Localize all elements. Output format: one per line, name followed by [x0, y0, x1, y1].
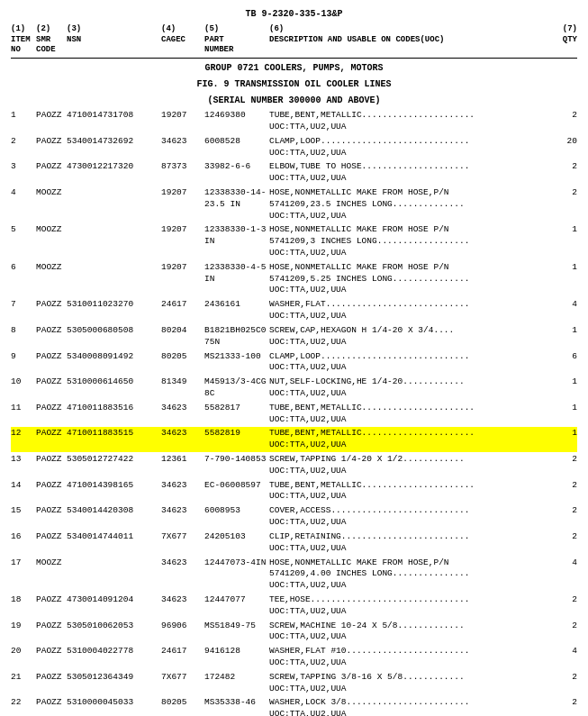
- data-row-19: 19 PAOZZ 5305010062053 96906 MS51849-75 …: [11, 620, 577, 645]
- data-row-20: 20 PAOZZ 5310004022778 24617 9416128 WAS…: [11, 645, 577, 670]
- cell-nsn: 5310000614650: [67, 376, 161, 400]
- cell-part: 12338330-14-23.5 IN: [204, 187, 269, 222]
- cell-cagec: 19207: [161, 224, 204, 258]
- cell-part: 5582817: [204, 403, 269, 426]
- cell-nsn: 4730012217320: [67, 161, 161, 185]
- cell-smr: PAOZZ: [36, 351, 67, 375]
- cell-qty: 1: [550, 428, 577, 451]
- cell-qty: 1: [550, 376, 577, 400]
- cell-part: 6008528: [204, 136, 269, 159]
- table-row: 17 MOOZZ 34623 12447073-4IN HOSE,NONMETA…: [11, 557, 577, 593]
- cell-cagec: 34623: [161, 428, 204, 451]
- cell-qty: 4: [550, 646, 577, 669]
- cell-desc: TUBE,BENT,METALLIC......................…: [269, 110, 550, 133]
- cell-cagec: 87373: [161, 161, 204, 185]
- cell-cagec: 12361: [161, 454, 204, 477]
- table-row: 18 PAOZZ 4730014091204 34623 12447077 TE…: [11, 594, 577, 619]
- data-row-9: 9 PAOZZ 5340008091492 80205 MS21333-100 …: [11, 350, 577, 376]
- cell-nsn: 4710014398165: [67, 480, 161, 503]
- cell-uoc: UOC:TTA,UU2,UUA: [269, 414, 550, 426]
- cell-uoc: UOC:TTA,UU2,UUA: [269, 631, 550, 643]
- cell-part: 2436161: [204, 299, 269, 322]
- table-row: 4 MOOZZ 19207 12338330-14-23.5 IN HOSE,N…: [11, 186, 577, 222]
- cell-item-no: 12: [11, 428, 36, 451]
- cell-desc: TUBE,BENT,METALLIC......................…: [269, 403, 550, 426]
- cell-desc: CLIP,RETAINING.........................U…: [269, 531, 550, 555]
- cell-desc: SCREW,MACHINE 10-24 X 5/8.............UO…: [269, 621, 550, 644]
- cell-qty: 2: [550, 697, 577, 716]
- table-row: 15 PAOZZ 5340014420308 34623 6008953 COV…: [11, 504, 577, 530]
- cell-cagec: 24617: [161, 646, 204, 669]
- table-row: 19 PAOZZ 5305010062053 96906 MS51849-75 …: [11, 620, 577, 645]
- cell-qty: 4: [550, 557, 577, 592]
- cell-nsn: 5310000045033: [67, 697, 161, 716]
- cell-item-no: 9: [11, 351, 36, 375]
- cell-uoc: UOC:TTA,UU2,UUA: [269, 657, 550, 669]
- cell-cagec: 80205: [161, 351, 204, 375]
- cell-uoc: UOC:TTA,UU2,UUA: [269, 709, 550, 716]
- cell-cagec: 81349: [161, 376, 204, 400]
- cell-cagec: 24617: [161, 299, 204, 322]
- cell-smr: PAOZZ: [36, 594, 67, 618]
- data-row-6: 6 MOOZZ 19207 12338330-4-5IN HOSE,NONMET…: [11, 261, 577, 297]
- cell-qty: 2: [550, 672, 577, 695]
- table-row: 11 PAOZZ 4710011883516 34623 5582817 TUB…: [11, 402, 577, 427]
- col-header-desc: (6)DESCRIPTION AND USABLE ON CODES(UOC): [269, 24, 550, 56]
- col-header-qty: (7)QTY: [550, 24, 577, 56]
- cell-desc: HOSE,NONMETALLIC MAKE FROM HOSE P/N57412…: [269, 224, 550, 258]
- fig-title: FIG. 9 TRANSMISSION OIL COOLER LINES: [11, 78, 577, 91]
- cell-qty: 6: [550, 351, 577, 375]
- col-header-item: (1) ITEM NO: [11, 24, 36, 56]
- cell-nsn: 5305010062053: [67, 621, 161, 644]
- cell-qty: 4: [550, 299, 577, 322]
- cell-qty: 2: [550, 594, 577, 618]
- cell-nsn: 4710011883515: [67, 428, 161, 451]
- cell-cagec: 19207: [161, 262, 204, 296]
- cell-desc: ELBOW,TUBE TO HOSE.....................U…: [269, 161, 550, 185]
- cell-smr: MOOZZ: [36, 187, 67, 222]
- cell-nsn: [67, 557, 161, 592]
- cell-part: 6008953: [204, 505, 269, 529]
- cell-uoc: UOC:TTA,UU2,UUA: [269, 684, 550, 695]
- cell-cagec: 80205: [161, 697, 204, 716]
- cell-part: 5582819: [204, 428, 269, 451]
- cell-item-no: 4: [11, 187, 36, 222]
- cell-item-no: 15: [11, 505, 36, 529]
- cell-qty: 2: [550, 505, 577, 529]
- cell-part: MS21333-100: [204, 351, 269, 375]
- cell-cagec: 34623: [161, 594, 204, 618]
- cell-item-no: 14: [11, 480, 36, 503]
- cell-smr: PAOZZ: [36, 646, 67, 669]
- table-row: 5 MOOZZ 19207 12338330-1-3IN HOSE,NONMET…: [11, 223, 577, 259]
- table-row: 12 PAOZZ 4710011883515 34623 5582819 TUB…: [11, 427, 577, 452]
- table-row: 16 PAOZZ 5340014744011 7X677 24205103 CL…: [11, 530, 577, 556]
- cell-item-no: 11: [11, 403, 36, 426]
- data-row-11: 11 PAOZZ 4710011883516 34623 5582817 TUB…: [11, 402, 577, 427]
- cell-qty: 2: [550, 454, 577, 477]
- cell-uoc: UOC:TTA,UU2,UUA: [269, 388, 550, 400]
- table-row: 9 PAOZZ 5340008091492 80205 MS21333-100 …: [11, 350, 577, 376]
- cell-uoc: UOC:TTA,UU2,UUA: [269, 337, 550, 349]
- cell-nsn: 5305012364349: [67, 672, 161, 695]
- data-row-15: 15 PAOZZ 5340014420308 34623 6008953 COV…: [11, 504, 577, 530]
- table-row: 1 PAOZZ 4710014731708 19207 12469380 TUB…: [11, 109, 577, 134]
- data-row-10: 10 PAOZZ 5310000614650 81349 M45913/3-4C…: [11, 376, 577, 401]
- cell-desc: HOSE,NONMETALLIC MAKE FROM HOSE,P/N57412…: [269, 557, 550, 592]
- cell-cagec: 19207: [161, 187, 204, 222]
- cell-nsn: [67, 262, 161, 296]
- cell-qty: 2: [550, 621, 577, 644]
- cell-uoc: UOC:TTA,UU2,UUA: [269, 311, 550, 322]
- data-row-8: 8 PAOZZ 5305000680508 80204 B1821BH025C0…: [11, 324, 577, 349]
- cell-qty: 2: [550, 531, 577, 555]
- cell-item-no: 3: [11, 161, 36, 185]
- cell-item-no: 22: [11, 697, 36, 716]
- cell-desc: TEE,HOSE...............................U…: [269, 594, 550, 618]
- cell-part: 12338330-1-3IN: [204, 224, 269, 258]
- cell-smr: PAOZZ: [36, 480, 67, 503]
- cell-desc: CLAMP,LOOP.............................U…: [269, 136, 550, 159]
- cell-qty: 1: [550, 325, 577, 349]
- cell-qty: 20: [550, 136, 577, 159]
- data-row-17: 17 MOOZZ 34623 12447073-4IN HOSE,NONMETA…: [11, 557, 577, 593]
- cell-cagec: 34623: [161, 505, 204, 529]
- data-row-13: 13 PAOZZ 5305012727422 12361 7-790-14085…: [11, 453, 577, 478]
